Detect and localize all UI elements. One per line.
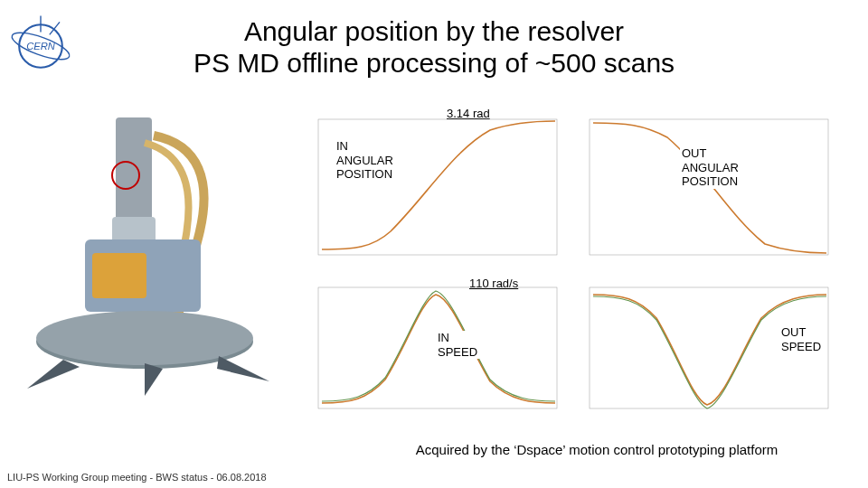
- resolver-highlight-circle: [111, 161, 140, 190]
- bws-3d-model: [9, 117, 298, 398]
- title-line-2: PS MD offline processing of ~500 scans: [193, 48, 675, 78]
- svg-rect-8: [92, 253, 146, 298]
- chart-in-angular-position: [300, 114, 562, 267]
- charts-panel: 3.14 rad 110 rad/s IN ANGULAR POSITION O…: [300, 108, 861, 443]
- label-in-angular: IN ANGULAR POSITION: [335, 139, 395, 182]
- page-title: Angular position by the resolver PS MD o…: [0, 16, 868, 79]
- content-canvas: 3.14 rad 110 rad/s IN ANGULAR POSITION O…: [0, 108, 868, 452]
- chart-out-angular-position: [571, 114, 834, 267]
- label-out-angular: OUT ANGULAR POSITION: [680, 146, 741, 189]
- label-in-speed: IN SPEED: [436, 331, 479, 359]
- chart-in-speed: [300, 282, 562, 418]
- title-line-1: Angular position by the resolver: [244, 16, 624, 46]
- footer: LIU-PS Working Group meeting - BWS statu…: [7, 472, 267, 483]
- label-out-speed: OUT SPEED: [779, 325, 823, 353]
- caption: Acquired by the ‘Dspace’ motion control …: [344, 442, 850, 457]
